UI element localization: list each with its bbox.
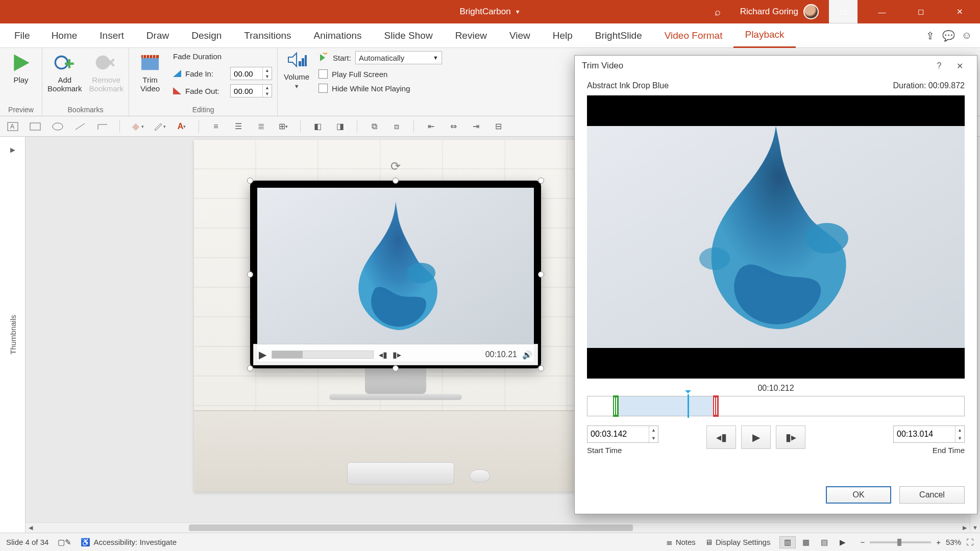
player-progress[interactable] xyxy=(272,350,374,359)
resize-handle[interactable] xyxy=(538,271,544,278)
scrollbar-thumb[interactable] xyxy=(189,524,633,531)
tab-home[interactable]: Home xyxy=(40,23,89,48)
spinner-up-icon[interactable]: ▲ xyxy=(955,426,964,434)
player-play-icon[interactable]: ▶ xyxy=(259,348,266,361)
zoom-thumb[interactable] xyxy=(897,539,901,546)
fade-out-input[interactable]: ▲▼ xyxy=(230,84,272,97)
spinner-up-icon[interactable]: ▲ xyxy=(263,67,272,73)
start-time-input[interactable]: ▲▼ xyxy=(587,425,658,443)
align-right-icon[interactable]: ≣ xyxy=(253,120,268,133)
spinner-down-icon[interactable]: ▼ xyxy=(955,434,964,442)
tab-slide-show[interactable]: Slide Show xyxy=(373,23,444,48)
fade-in-field[interactable] xyxy=(231,67,262,80)
end-time-input[interactable]: ▲▼ xyxy=(893,425,965,443)
line-icon[interactable] xyxy=(72,120,88,133)
font-color-icon[interactable]: A▾ xyxy=(174,120,189,133)
trim-end-handle[interactable] xyxy=(713,395,719,417)
fit-to-window-icon[interactable]: ⛶ xyxy=(966,538,974,546)
oval-icon[interactable] xyxy=(50,120,65,133)
spinner-down-icon[interactable]: ▼ xyxy=(263,91,272,97)
player-volume-icon[interactable]: 🔊 xyxy=(522,350,532,360)
resize-handle[interactable] xyxy=(538,178,544,184)
comments-icon[interactable]: 💬 xyxy=(939,30,958,42)
distribute-icon[interactable]: ⊟ xyxy=(491,120,506,133)
tab-transitions[interactable]: Transitions xyxy=(233,23,302,48)
document-title[interactable]: BrightCarbon ▼ xyxy=(459,7,520,17)
fade-in-input[interactable]: ▲▼ xyxy=(230,67,272,80)
trim-timeline[interactable] xyxy=(587,396,965,416)
player-next-frame-icon[interactable]: ▮▸ xyxy=(393,350,401,360)
thumbnails-pane[interactable]: ▶ Thumbnails xyxy=(0,137,26,533)
tab-video-format[interactable]: Video Format xyxy=(653,23,734,48)
tab-playback[interactable]: Playback xyxy=(733,23,795,48)
align-center-icon[interactable]: ☰ xyxy=(231,120,246,133)
tab-review[interactable]: Review xyxy=(444,23,498,48)
horizontal-scrollbar[interactable]: ◀ ▶ xyxy=(26,522,970,533)
trim-playhead[interactable] xyxy=(688,394,689,418)
smiley-icon[interactable]: ☺ xyxy=(958,30,976,41)
video-object[interactable]: ⟳ ▶ ◂▮ ▮ xyxy=(250,181,541,400)
rectangle-icon[interactable] xyxy=(28,120,43,133)
notes-button[interactable]: ≣Notes xyxy=(666,538,696,547)
slide-sorter-view-icon[interactable]: ▦ xyxy=(798,536,814,548)
slideshow-view-icon[interactable]: ▶ xyxy=(835,536,851,548)
tab-view[interactable]: View xyxy=(498,23,542,48)
tab-help[interactable]: Help xyxy=(542,23,584,48)
group-icon[interactable]: ⧉ xyxy=(366,120,382,133)
resize-handle[interactable] xyxy=(247,365,253,371)
shape-outline-icon[interactable]: ▾ xyxy=(152,120,167,133)
spinner-down-icon[interactable]: ▼ xyxy=(263,73,272,80)
hide-while-not-playing-checkbox[interactable] xyxy=(318,84,328,93)
zoom-slider[interactable] xyxy=(870,541,931,543)
share-icon[interactable]: ⇪ xyxy=(921,30,939,42)
volume-button[interactable]: Volume ▼ xyxy=(284,51,309,89)
normal-view-icon[interactable]: ▥ xyxy=(779,536,796,548)
resize-handle[interactable] xyxy=(538,365,544,371)
search-icon[interactable]: ⌕ xyxy=(715,6,721,18)
reading-view-icon[interactable]: ▤ xyxy=(816,536,832,548)
player-prev-frame-icon[interactable]: ◂▮ xyxy=(379,350,387,360)
scroll-down-icon[interactable]: ▼ xyxy=(970,522,980,533)
tab-design[interactable]: Design xyxy=(180,23,233,48)
shape-fill-icon[interactable]: ▾ xyxy=(129,120,144,133)
cancel-button[interactable]: Cancel xyxy=(899,486,965,504)
text-box-icon[interactable]: A xyxy=(5,120,20,133)
trim-start-handle[interactable] xyxy=(613,395,619,417)
tab-draw[interactable]: Draw xyxy=(135,23,180,48)
end-time-field[interactable] xyxy=(894,426,955,442)
zoom-value[interactable]: 53% xyxy=(946,538,961,546)
trim-video-button[interactable]: Trim Video xyxy=(134,51,166,104)
maximize-button[interactable]: ◻ xyxy=(906,0,935,23)
next-frame-button[interactable]: ▮▸ xyxy=(776,425,805,449)
tab-file[interactable]: File xyxy=(4,23,40,48)
ungroup-icon[interactable]: ⧈ xyxy=(389,120,404,133)
fade-out-field[interactable] xyxy=(231,85,262,97)
add-bookmark-button[interactable]: Add Bookmark xyxy=(47,51,82,104)
connector-icon[interactable] xyxy=(95,120,110,133)
start-select[interactable]: Automatically ▼ xyxy=(355,51,442,64)
ok-button[interactable]: OK xyxy=(826,486,891,504)
close-button[interactable]: ✕ xyxy=(945,0,974,23)
spinner-up-icon[interactable]: ▲ xyxy=(649,426,658,434)
previous-frame-button[interactable]: ◂▮ xyxy=(706,425,736,449)
zoom-in-button[interactable]: + xyxy=(936,538,941,546)
resize-handle[interactable] xyxy=(247,271,253,278)
tab-insert[interactable]: Insert xyxy=(88,23,135,48)
send-backward-icon[interactable]: ◨ xyxy=(332,120,348,133)
resize-handle[interactable] xyxy=(247,178,253,184)
slide-counter[interactable]: Slide 4 of 34 xyxy=(6,538,48,546)
play-button[interactable]: Play xyxy=(5,51,37,104)
expand-thumbnails-icon[interactable]: ▶ xyxy=(10,146,15,154)
rotate-handle-icon[interactable]: ⟳ xyxy=(390,159,401,173)
zoom-out-button[interactable]: − xyxy=(860,538,865,546)
display-settings-button[interactable]: 🖥Display Settings xyxy=(705,538,771,546)
align-center-objects-icon[interactable]: ⇔ xyxy=(446,120,461,133)
align-left-icon[interactable]: ≡ xyxy=(208,120,224,133)
align-right-objects-icon[interactable]: ⇥ xyxy=(468,120,483,133)
align-objects-icon[interactable]: ⊞▾ xyxy=(276,120,291,133)
align-left-objects-icon[interactable]: ⇤ xyxy=(423,120,438,133)
resize-handle[interactable] xyxy=(393,365,399,371)
minimize-button[interactable]: — xyxy=(868,0,896,23)
accessibility-button[interactable]: ♿ Accessibility: Investigate xyxy=(81,538,177,547)
user-account[interactable]: Richard Goring xyxy=(740,4,819,19)
